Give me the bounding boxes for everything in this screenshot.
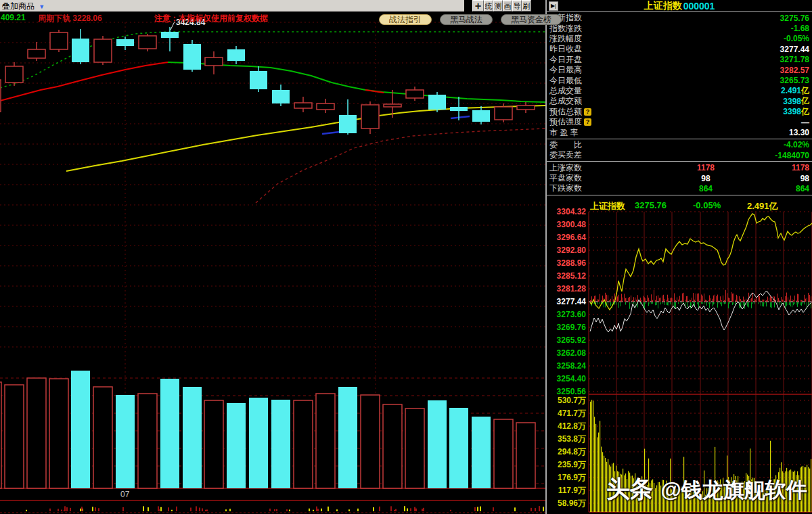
volume-bar — [249, 398, 268, 488]
toolbar-button-4[interactable]: 导 — [512, 0, 522, 11]
price-axis-label: 3285.12 — [557, 271, 587, 281]
candle — [250, 71, 267, 89]
candle — [339, 115, 357, 133]
volume-bar — [316, 394, 335, 488]
candle — [161, 32, 179, 38]
price-axis-label: 3296.64 — [557, 233, 587, 242]
intraday-chart[interactable]: 3304.323300.483296.643292.803288.963285.… — [547, 0, 812, 514]
volume-bar — [338, 387, 357, 488]
candle — [272, 90, 290, 103]
volume-bar — [27, 378, 46, 488]
menubar: 叠加商品 ▼ ✛ 统测画导刷 — [0, 0, 545, 11]
candle — [517, 106, 535, 110]
strategy-button-1[interactable]: 战法指引 — [379, 14, 432, 25]
price-axis-label: 3304.32 — [557, 207, 587, 216]
volume-bar — [160, 379, 179, 488]
candle — [428, 95, 446, 110]
dropdown-arrow-icon: ▼ — [39, 3, 45, 10]
price-axis-label: 3262.08 — [557, 348, 587, 358]
candle — [94, 39, 112, 62]
price-axis-label: 3277.44 — [557, 297, 587, 306]
qianlong-trading-app: 3424.8407 叠加商品 ▼ ✛ 统测画导刷 409.21 周期下轨 322… — [0, 0, 812, 514]
volume-bar — [271, 400, 290, 488]
overlay-menu-label: 叠加商品 — [2, 1, 35, 11]
price-axis-label: 3250.56 — [557, 387, 587, 396]
volume-bar — [494, 419, 513, 488]
candle — [361, 105, 379, 128]
volume-bar — [294, 400, 313, 488]
candle — [205, 57, 223, 66]
overlay-commodity-menu[interactable]: 叠加商品 ▼ — [2, 1, 45, 11]
volume-bar — [0, 382, 1, 488]
price-axis-label: 3269.76 — [557, 323, 587, 332]
price-axis-label: 3258.24 — [557, 361, 587, 371]
volume-bar — [428, 400, 447, 488]
candle — [0, 80, 1, 112]
candle — [406, 90, 424, 98]
weekly-kline-pane: 3424.8407 叠加商品 ▼ ✛ 统测画导刷 409.21 周期下轨 322… — [0, 0, 545, 514]
candle — [5, 66, 23, 83]
pan-icon[interactable]: ✛ — [472, 0, 484, 11]
price-axis-label: 3273.60 — [557, 310, 587, 319]
price-axis-label: 3281.28 — [557, 284, 587, 294]
strategy-button-3[interactable]: 黑马资金榜 — [501, 14, 562, 25]
strategy-button-2[interactable]: 黑马战法 — [440, 14, 493, 25]
candle — [384, 104, 401, 107]
candle — [72, 39, 89, 62]
volume-bar — [516, 423, 535, 488]
volume-bar — [93, 387, 112, 488]
volume-bar — [227, 403, 246, 488]
volume-axis-label: 117.9万 — [558, 486, 586, 495]
candle — [472, 110, 490, 122]
volume-bar — [449, 408, 468, 488]
candle — [50, 32, 68, 49]
toolbar-button-5[interactable]: 刷 — [522, 0, 531, 11]
candle — [450, 107, 468, 111]
weekly-kline-chart[interactable]: 3424.8407 — [0, 0, 545, 514]
peak-price-label: 3424.84 — [176, 18, 206, 27]
volume-bar — [183, 387, 202, 488]
volume-bar — [204, 400, 223, 488]
watermark: 头条 @钱龙旗舰软件 — [606, 473, 807, 505]
price-axis-label: 3254.40 — [557, 374, 587, 383]
candle — [227, 49, 245, 61]
quote-panel: 3304.323300.483296.643292.803288.963285.… — [545, 0, 812, 514]
toolbar-button-1[interactable]: 统 — [484, 0, 493, 11]
volume-bar — [383, 404, 402, 488]
candle — [28, 49, 45, 58]
volume-axis-label: 176.9万 — [558, 473, 586, 482]
volume-bar — [472, 417, 491, 488]
toolbar-button-3[interactable]: 画 — [503, 0, 512, 11]
volume-axis-label: 412.8万 — [558, 421, 586, 431]
price-axis-label: 3265.92 — [557, 335, 587, 345]
toolbar-button-2[interactable]: 测 — [493, 0, 503, 11]
price-axis-label: 3288.96 — [557, 258, 587, 268]
volume-axis-label: 235.9万 — [558, 460, 586, 469]
candle — [317, 103, 334, 110]
volume-axis-label: 294.8万 — [558, 447, 586, 457]
watermark-handle: @钱龙旗舰软件 — [660, 478, 807, 502]
volume-axis-label: 353.8万 — [558, 434, 586, 444]
candle — [495, 107, 512, 120]
strategy-button-row: 战法指引黑马战法黑马资金榜 — [379, 14, 562, 25]
volume-bar — [71, 371, 90, 488]
x-axis-month-label: 07 — [120, 490, 130, 499]
volume-axis-label: 58.96万 — [558, 498, 586, 508]
volume-bar — [5, 385, 24, 488]
menubar-background — [0, 0, 464, 11]
candle — [294, 103, 312, 108]
candle — [116, 39, 134, 46]
volume-axis-label: 530.7万 — [558, 396, 586, 405]
volume-bar — [49, 379, 68, 488]
volume-bar — [361, 395, 380, 488]
chart-toolbar: ✛ 统测画导刷 — [472, 0, 531, 11]
volume-bar — [405, 408, 424, 488]
volume-bar — [138, 394, 157, 488]
volume-axis-label: 471.7万 — [558, 408, 586, 418]
watermark-brand: 头条 — [606, 475, 652, 502]
candle — [183, 44, 201, 70]
candle — [139, 36, 156, 49]
price-axis-label: 3300.48 — [557, 220, 587, 229]
volume-bar — [116, 395, 135, 488]
price-axis-label: 3292.80 — [557, 246, 587, 255]
